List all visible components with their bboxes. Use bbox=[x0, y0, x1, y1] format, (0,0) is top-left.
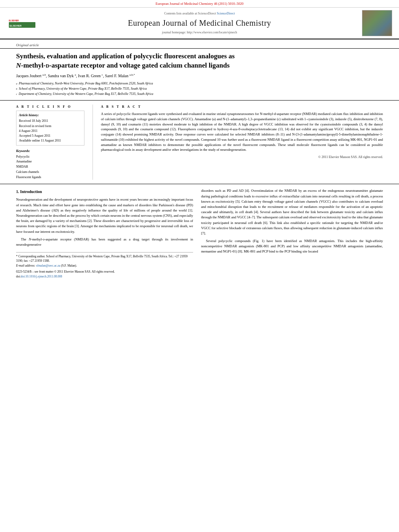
journal-title: European Journal of Medicinal Chemistry bbox=[128, 17, 271, 29]
keywords-list: Polycyclic Amantadine NMDAR Calcium chan… bbox=[16, 154, 84, 180]
title-line1: Synthesis, evaluation and application of… bbox=[16, 52, 234, 60]
email-note: E-mail address: sfmalan@uwc.ac.za (S.F. … bbox=[16, 264, 193, 268]
received-date: Received 18 July 2011 bbox=[19, 119, 82, 123]
affiliation-c: c Department of Chemistry, University of… bbox=[16, 92, 383, 97]
keyword-polycyclic: Polycyclic bbox=[16, 154, 84, 160]
issn-note: 0223-5234/$ – see front matter © 2011 El… bbox=[16, 270, 193, 274]
corresponding-author-note: * Corresponding author. School of Pharma… bbox=[16, 255, 193, 263]
abstract-text: A series of polycyclic fluorescent ligan… bbox=[101, 111, 383, 152]
intro-para2-indent: The N-methyl-d-aspartate receptor (NMDAR… bbox=[16, 237, 193, 247]
authors-line: Jacques Joubert a,b, Sandra van Dyk a, I… bbox=[16, 73, 383, 79]
footnote-section: * Corresponding author. School of Pharma… bbox=[16, 252, 193, 279]
body-right-column: disorders such as PD and AD [4]. Oversti… bbox=[201, 188, 383, 279]
affil-c-text: Department of Chemistry, University of t… bbox=[18, 92, 153, 97]
doi-link[interactable]: doi:10.1016/j.ejmech.2011.08.008 bbox=[21, 275, 62, 278]
article-info-abstract-section: A R T I C L E I N F O Article history: R… bbox=[0, 101, 399, 184]
svg-text:ELSEVIER: ELSEVIER bbox=[9, 19, 19, 22]
body-content: 1. Introduction Neurodegeneration and th… bbox=[0, 184, 399, 283]
email-link[interactable]: sfmalan@uwc.ac.za bbox=[36, 264, 60, 267]
title-line2-start: N-methyl-d-aspartate receptor and voltag… bbox=[16, 62, 230, 69]
affiliation-a: a Pharmaceutical Chemistry, North-West U… bbox=[16, 81, 383, 86]
intro-heading: 1. Introduction bbox=[16, 189, 193, 195]
affil-a-text: Pharmaceutical Chemistry, North-West Uni… bbox=[18, 81, 153, 86]
article-info-column: A R T I C L E I N F O Article history: R… bbox=[16, 105, 84, 180]
revised-date: 4 August 2011 bbox=[19, 129, 82, 133]
right-para2-indent: Several polycyclic compounds (Fig. 1) ha… bbox=[201, 238, 383, 255]
journal-citation: European Journal of Medicinal Chemistry … bbox=[156, 2, 244, 6]
article-type: Original article bbox=[0, 39, 399, 49]
journal-header: ELSEVIER ELSEVIER Contents lists availab… bbox=[0, 8, 399, 39]
affil-b-text: School of Pharmacy, University of the We… bbox=[18, 86, 147, 91]
article-history-title: Article history: bbox=[19, 113, 82, 117]
received-revised-label: Received in revised form bbox=[19, 124, 82, 128]
right-para1: disorders such as PD and AD [4]. Oversti… bbox=[201, 188, 383, 236]
article-history-box: Article history: Received 18 July 2011 R… bbox=[16, 111, 84, 146]
body-left-column: 1. Introduction Neurodegeneration and th… bbox=[16, 188, 193, 279]
doi-note: doi:doi:10.1016/j.ejmech.2011.08.008 bbox=[16, 275, 193, 279]
intro-para1: Neurodegeneration and the development of… bbox=[16, 197, 193, 234]
sciencedirect-link-text[interactable]: ScienceDirect bbox=[217, 12, 235, 15]
intro-para1-text: Neurodegeneration and the development of… bbox=[16, 197, 193, 233]
accepted-date: Accepted 5 August 2011 bbox=[19, 134, 82, 138]
intro-para2: The N-methyl-d-aspartate receptor (NMDAR… bbox=[16, 237, 193, 247]
journal-title-section: Contents lists available at ScienceDirec… bbox=[44, 10, 355, 36]
elsevier-logo-section: ELSEVIER ELSEVIER bbox=[4, 10, 40, 36]
affiliation-b: b School of Pharmacy, University of the … bbox=[16, 86, 383, 91]
svg-text:ELSEVIER: ELSEVIER bbox=[10, 25, 22, 27]
keyword-fluorescent: Fluorescent ligands bbox=[16, 175, 84, 180]
abstract-section: A B S T R A C T A series of polycyclic f… bbox=[101, 105, 383, 180]
divider bbox=[93, 105, 93, 180]
copyright-line: © 2011 Elsevier Masson SAS. All rights r… bbox=[101, 155, 383, 159]
affiliations: a Pharmaceutical Chemistry, North-West U… bbox=[16, 81, 383, 97]
keywords-section: Keywords: Polycyclic Amantadine NMDAR Ca… bbox=[16, 149, 84, 180]
elsevier-logo-icon: ELSEVIER ELSEVIER bbox=[8, 17, 36, 29]
keywords-label: Keywords: bbox=[16, 149, 84, 153]
cover-image bbox=[362, 10, 392, 36]
available-online: Available online 11 August 2011 bbox=[19, 138, 82, 143]
title-line2b: -aspartate receptor and voltage gated ca… bbox=[49, 62, 229, 69]
keyword-nmdar: NMDAR bbox=[16, 164, 84, 170]
abstract-heading: A B S T R A C T bbox=[101, 105, 383, 109]
keyword-amantadine: Amantadine bbox=[16, 159, 84, 164]
right-para2: Several polycyclic compounds (Fig. 1) ha… bbox=[201, 238, 383, 255]
article-info-heading: A R T I C L E I N F O bbox=[16, 105, 84, 109]
sciencedirect-text: Contents lists available at ScienceDirec… bbox=[164, 11, 235, 16]
journal-cover-thumbnail bbox=[359, 10, 395, 36]
article-title: Synthesis, evaluation and application of… bbox=[16, 52, 383, 70]
keyword-calcium: Calcium channels bbox=[16, 170, 84, 175]
journal-homepage: journal homepage: http://www.elsevier.co… bbox=[162, 30, 237, 35]
article-title-section: Synthesis, evaluation and application of… bbox=[0, 49, 399, 101]
journal-citation-bar: European Journal of Medicinal Chemistry … bbox=[0, 0, 399, 8]
